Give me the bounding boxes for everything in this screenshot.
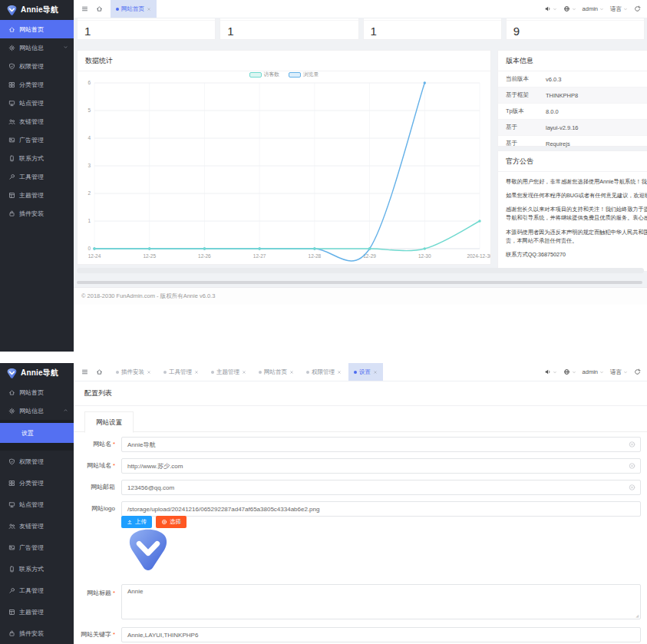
sidebar-item-plugin[interactable]: 插件安装	[0, 204, 74, 223]
home-button[interactable]	[96, 5, 103, 12]
chevron-down-icon	[63, 45, 68, 50]
topbar-right: admin语言	[544, 363, 641, 381]
legend-item[interactable]: 访客数	[249, 71, 279, 78]
tab-close-icon[interactable]	[147, 370, 151, 375]
input-site-domain[interactable]: http://www.苏少.com	[121, 458, 641, 474]
sidebar-item-grid[interactable]: 分类管理	[0, 472, 74, 494]
announcement-dropdown[interactable]	[544, 5, 557, 12]
sidebar-item-phone[interactable]: 联系方式	[0, 558, 74, 580]
input-site-title[interactable]: Annie◢	[121, 584, 641, 619]
sidebar-item-layout[interactable]: 主题管理	[0, 186, 74, 204]
tab-item[interactable]: 插件安装	[111, 363, 157, 381]
tab-active[interactable]: 设置	[348, 363, 383, 381]
tab-label: 权限管理	[312, 368, 335, 376]
logo-preview-image[interactable]	[124, 527, 172, 574]
input-value: Annie导航	[127, 441, 155, 449]
sidebar-item-phone[interactable]: 联系方式	[0, 149, 74, 167]
sidebar-item-layout[interactable]: 主题管理	[0, 601, 74, 623]
phone-icon	[8, 155, 15, 162]
sidebar-item-label: 工具管理	[19, 173, 44, 181]
tab-dot-icon	[116, 371, 119, 374]
language-menu[interactable]: 语言	[610, 5, 628, 13]
dashboard-frame: Annie导航网站首页网站信息权限管理分类管理站点管理友链管理广告管理联系方式工…	[0, 0, 647, 352]
input-site-logo[interactable]: /storage/upload/20241216/065292287ad47af…	[121, 501, 641, 517]
clear-input-icon[interactable]	[629, 463, 635, 470]
home-button[interactable]	[96, 368, 103, 375]
sidebar-item-home[interactable]: 网站首页	[0, 20, 74, 38]
tab-close-icon[interactable]	[289, 370, 294, 375]
version-row-value: THINKPHP8	[546, 92, 647, 99]
refresh-button[interactable]	[634, 5, 641, 12]
globe-dropdown[interactable]	[563, 5, 576, 12]
svg-text:12-26: 12-26	[198, 253, 211, 259]
sidebar-item-monitor[interactable]: 站点管理	[0, 94, 74, 112]
language-menu[interactable]: 语言	[610, 368, 628, 376]
user-menu[interactable]: admin	[583, 368, 604, 375]
sidebar-item-home[interactable]: 网站首页	[0, 383, 74, 401]
sidebar-item-users[interactable]: 友链管理	[0, 112, 74, 130]
sidebar-item-gear[interactable]: 网站信息	[0, 401, 74, 420]
tab-item[interactable]: 工具管理	[158, 363, 204, 381]
tab-item[interactable]: 主题管理	[206, 363, 252, 381]
tab-dot-icon	[163, 371, 167, 374]
legend-label: 访客数	[264, 71, 279, 78]
tab-bar: 插件安装工具管理主题管理网站首页权限管理设置	[111, 363, 383, 381]
sidebar-item-users[interactable]: 友链管理	[0, 515, 74, 537]
clear-input-icon[interactable]	[629, 441, 635, 448]
speaker-icon	[544, 5, 551, 12]
sidebar-item-image[interactable]: 广告管理	[0, 130, 74, 149]
sidebar-item-grid[interactable]: 分类管理	[0, 75, 74, 94]
close-icon	[289, 370, 294, 375]
tab-close-icon[interactable]	[337, 370, 342, 375]
tab-active[interactable]: 网站首页	[111, 0, 157, 18]
tab-item[interactable]: 网站首页	[253, 363, 299, 381]
sidebar-item-plugin[interactable]: 插件安装	[0, 623, 74, 644]
sidebar-item-label: 网站首页	[19, 25, 44, 34]
sidebar-item-gear[interactable]: 网站信息	[0, 38, 74, 57]
home-icon	[8, 389, 15, 396]
svg-text:1: 1	[87, 218, 91, 223]
phone-icon	[8, 566, 15, 573]
sidebar-item-wrench[interactable]: 工具管理	[0, 167, 74, 186]
horizontal-scrollbar[interactable]	[77, 281, 642, 284]
sidebar-item-shield[interactable]: 权限管理	[0, 451, 74, 472]
collapse-menu-button[interactable]	[81, 368, 88, 375]
clear-icon	[629, 463, 635, 470]
notice-panel: 官方公告 尊敬的用户您好，非常感谢您选择使用Annie导航系统！我们期待您的使用…	[497, 150, 647, 272]
legend-item[interactable]: 浏览量	[289, 71, 319, 78]
user-menu[interactable]: admin	[583, 5, 604, 12]
sidebar-item-shield[interactable]: 权限管理	[0, 57, 74, 75]
username: admin	[583, 5, 598, 12]
tab-dot-icon	[354, 371, 357, 374]
collapse-menu-button[interactable]	[81, 5, 88, 12]
chevron-up-icon	[63, 408, 68, 413]
legend-swatch	[289, 72, 301, 78]
sidebar-item-wrench[interactable]: 工具管理	[0, 580, 74, 601]
topbar-right: admin语言	[544, 0, 641, 18]
gem-logo-icon	[124, 527, 172, 574]
resize-handle[interactable]: ◢	[635, 613, 639, 618]
input-site-email[interactable]: 123456@qq.com	[121, 480, 641, 495]
svg-text:12-25: 12-25	[143, 253, 156, 259]
tab-close-icon[interactable]	[147, 7, 151, 12]
svg-text:12-28: 12-28	[309, 253, 322, 259]
globe-dropdown[interactable]	[563, 368, 576, 375]
version-row-label: 基于	[498, 140, 546, 147]
sidebar-item-monitor[interactable]: 站点管理	[0, 494, 74, 515]
clear-input-icon[interactable]	[629, 484, 635, 491]
tab-close-icon[interactable]	[242, 370, 246, 375]
username: admin	[583, 368, 598, 375]
tab-close-icon[interactable]	[373, 370, 378, 375]
chart-panel: 数据统计 访客数浏览量 012345612-2412-2512-2612-271…	[77, 50, 491, 265]
announcement-dropdown[interactable]	[544, 368, 557, 375]
globe-icon	[563, 5, 570, 12]
tab-item[interactable]: 权限管理	[301, 363, 347, 381]
remove-logo-icon[interactable]	[177, 519, 183, 525]
sidebar-subitem-settings[interactable]: 设置	[0, 423, 74, 443]
sidebar-item-image[interactable]: 广告管理	[0, 537, 74, 558]
input-site-keywords[interactable]: Annie,LAYUI,THINKPHP6	[121, 627, 641, 642]
stat-card-value: 9	[507, 21, 644, 38]
refresh-button[interactable]	[634, 368, 641, 375]
tab-close-icon[interactable]	[194, 370, 199, 375]
input-site-name[interactable]: Annie导航	[121, 437, 641, 452]
